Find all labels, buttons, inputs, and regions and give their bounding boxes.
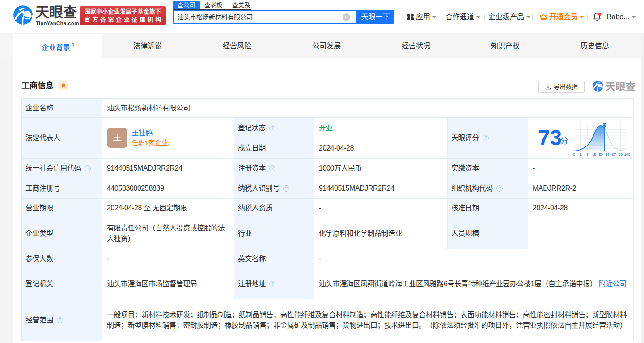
svg-text:1: 1: [580, 153, 582, 157]
svg-text:0: 0: [573, 153, 575, 157]
svg-text:99: 99: [619, 153, 623, 157]
svg-text:100: 100: [624, 153, 631, 157]
svg-text:85: 85: [606, 153, 610, 157]
svg-text:3: 3: [586, 153, 589, 157]
svg-text:97: 97: [612, 153, 616, 157]
svg-text:50: 50: [599, 153, 603, 157]
svg-text:15: 15: [592, 153, 596, 157]
